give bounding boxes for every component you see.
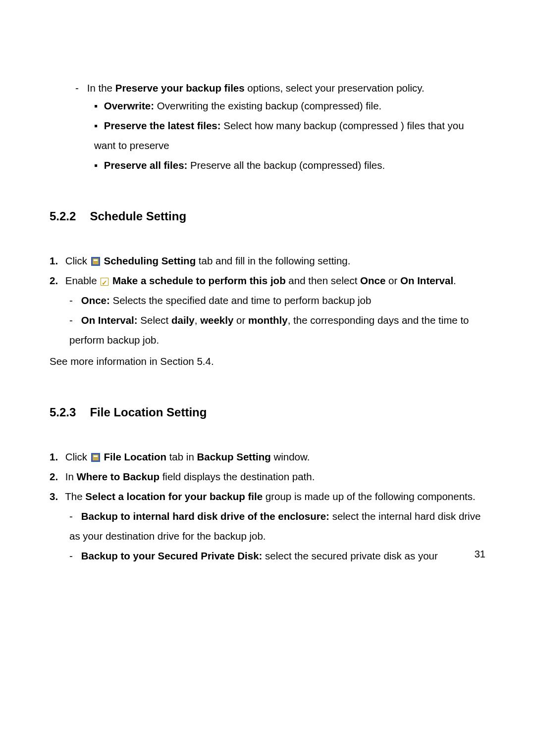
sec522-step2: 2. Enable Make a schedule to perform thi… — [50, 271, 485, 291]
sec523-step2: 2. In Where to Backup field displays the… — [50, 467, 485, 487]
preserve-intro-line: - In the Preserve your backup files opti… — [75, 78, 485, 98]
checkbox-icon — [101, 278, 108, 286]
svg-rect-5 — [94, 455, 98, 457]
svg-rect-1 — [93, 258, 99, 264]
section-5-2-3-heading: 5.2.3File Location Setting — [50, 401, 485, 424]
section-5-2-2-heading: 5.2.2Schedule Setting — [50, 205, 485, 228]
scheduling-tab-icon — [91, 252, 100, 261]
sec523-step3: 3. The Select a location for your backup… — [50, 487, 485, 506]
document-page: - In the Preserve your backup files opti… — [0, 0, 535, 586]
sec522-step1: 1. Click Scheduling Setting tab and fill… — [50, 251, 485, 271]
preserve-latest-bullet: ▪ Preserve the latest files: Select how … — [75, 116, 485, 155]
page-number: 31 — [475, 545, 485, 564]
sec523-internal-bullet: - Backup to internal hard disk drive of … — [50, 506, 485, 546]
overwrite-bullet: ▪ Overwrite: Overwriting the existing ba… — [75, 96, 485, 116]
sec522-interval-bullet: - On Interval: Select daily, weekly or m… — [50, 310, 485, 350]
sec522-seemore: See more information in Section 5.4. — [50, 352, 485, 371]
sec522-once-bullet: - Once: Selects the specified date and t… — [50, 291, 485, 310]
svg-rect-2 — [94, 259, 98, 261]
preserve-all-bullet: ▪ Preserve all files: Preserve all the b… — [75, 155, 485, 175]
sec523-secured-bullet: - Backup to your Secured Private Disk: s… — [50, 546, 485, 566]
sec523-step1: 1. Click File Location tab in Backup Set… — [50, 447, 485, 467]
svg-rect-4 — [93, 454, 99, 460]
file-location-tab-icon — [91, 449, 100, 457]
preserve-options-block: - In the Preserve your backup files opti… — [50, 78, 485, 175]
